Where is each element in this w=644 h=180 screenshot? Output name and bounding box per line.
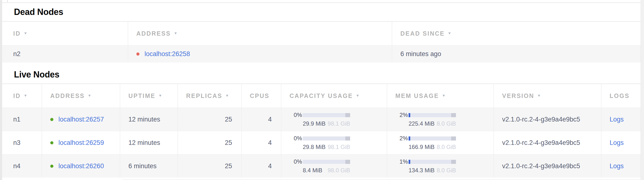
capacity-usage-bar (303, 136, 350, 140)
dead-node-icon (136, 52, 140, 56)
dead_since-cell: 6 minutes ago (392, 46, 641, 62)
id-value: n3 (13, 139, 20, 146)
column-header-capacity[interactable]: CAPACITY USAGE▼ (281, 84, 387, 108)
version-value: v2.1.0-rc.2-4-g3e9a4e9bc5 (502, 116, 580, 123)
node-address-link[interactable]: localhost:26258 (144, 50, 190, 58)
memory-cell: 2%166.9 MiB8.0 GiB (387, 131, 494, 154)
address-cell: localhost:26258 (128, 46, 392, 62)
node-address-link[interactable]: localhost:26260 (58, 162, 104, 170)
capacity-usage-bar (303, 113, 350, 117)
capacity-percent-label: 0% (291, 158, 302, 165)
replicas-value: 25 (225, 139, 232, 146)
replicas-cell: 25 (178, 131, 242, 154)
address-cell: localhost:26260 (42, 154, 120, 178)
memory-percent-label: 1% (397, 158, 408, 165)
top-spacer (2, 0, 641, 2)
uptime-cell: 6 minutes (120, 154, 178, 178)
capacity-bar-labels: 8.4 MiB98.0 GiB (303, 167, 350, 174)
page-background-left-edge (0, 0, 2, 180)
logs-link[interactable]: Logs (610, 116, 624, 123)
column-header-memory[interactable]: MEM USAGE▼ (387, 84, 494, 108)
sort-desc-icon: ▼ (174, 32, 178, 35)
cpus-value: 4 (268, 162, 272, 170)
address-cell: localhost:26259 (42, 131, 120, 154)
memory-usage-bar-fill (408, 160, 410, 164)
logs-link[interactable]: Logs (610, 139, 624, 146)
column-header-label: LOGS (610, 92, 630, 100)
column-header-uptime[interactable]: UPTIME▼ (120, 84, 178, 108)
capacity-total-label: 98.1 GiB (328, 144, 350, 150)
memory-usage-bar-endcap (451, 113, 456, 117)
replicas-cell: 25 (178, 154, 242, 178)
node-address-link[interactable]: localhost:26257 (58, 116, 104, 123)
sort-desc-icon: ▼ (442, 94, 446, 98)
column-header-label: ADDRESS (136, 30, 171, 37)
column-header-version[interactable]: VERSION▼ (494, 84, 602, 108)
memory-total-label: 8.0 GiB (437, 144, 456, 150)
sort-desc-icon: ▼ (24, 94, 28, 98)
capacity-percent-label: 0% (291, 112, 302, 118)
sort-desc-icon: ▼ (448, 32, 452, 35)
column-header-label: MEM USAGE (395, 92, 439, 100)
logs-cell: Logs (602, 131, 641, 154)
uptime-cell: 12 minutes (120, 131, 178, 154)
version-value: v2.1.0-rc.2-4-g3e9a4e9bc5 (502, 139, 580, 146)
sort-desc-icon: ▼ (88, 94, 92, 98)
version-cell: v2.1.0-rc.2-4-g3e9a4e9bc5 (494, 131, 602, 154)
capacity-usage-bar (303, 160, 350, 164)
cpus-cell: 4 (242, 154, 281, 178)
column-header-replicas[interactable]: REPLICAS▼ (178, 84, 242, 108)
cpus-cell: 4 (242, 131, 281, 154)
column-header-label: VERSION (502, 92, 534, 100)
cpus-value: 4 (268, 116, 272, 123)
memory-used-label: 134.3 MiB (408, 167, 434, 174)
uptime-value: 12 minutes (128, 116, 160, 123)
memory-bar-row: 2% (397, 112, 456, 118)
column-header-id[interactable]: ID▼ (2, 22, 128, 45)
cpus-cell: 4 (242, 108, 281, 131)
column-header-cpus: CPUS (242, 84, 281, 108)
id-cell: n4 (2, 154, 42, 178)
memory-usage-bar (408, 113, 456, 117)
table-header-row: ID▼ADDRESS▼DEAD SINCE▼ (2, 22, 641, 45)
column-header-dead_since[interactable]: DEAD SINCE▼ (392, 22, 641, 45)
memory-usage-bar-fill (408, 136, 410, 140)
version-cell: v2.1.0-rc.2-4-g3e9a4e9bc5 (494, 154, 602, 178)
node-address-link[interactable]: localhost:26259 (58, 139, 104, 146)
replicas-value: 25 (225, 116, 232, 123)
capacity-used-label: 29.8 MiB (303, 144, 326, 150)
memory-bar-labels: 166.9 MiB8.0 GiB (408, 144, 456, 150)
memory-percent-label: 2% (397, 112, 408, 118)
capacity-used-label: 8.4 MiB (303, 167, 322, 174)
memory-bar-row: 2% (397, 135, 456, 142)
column-header-address[interactable]: ADDRESS▼ (42, 84, 120, 108)
dead-nodes-table: ID▼ADDRESS▼DEAD SINCE▼n2localhost:262586… (2, 21, 641, 62)
capacity-usage-bar-endcap (345, 160, 350, 164)
logs-link[interactable]: Logs (610, 162, 624, 170)
memory-used-label: 166.9 MiB (408, 144, 434, 150)
live-nodes-section-title: Live Nodes (2, 62, 641, 84)
page-background-right-edge (641, 0, 644, 180)
column-header-label: REPLICAS (186, 92, 222, 100)
table-row: n4localhost:262606 minutes2540%8.4 MiB98… (2, 154, 641, 178)
memory-cell: 2%225.4 MiB8.0 GiB (387, 108, 494, 131)
memory-bar-row: 1% (397, 158, 456, 165)
id-value: n1 (13, 116, 20, 123)
column-header-label: ID (13, 30, 21, 37)
column-header-id[interactable]: ID▼ (2, 84, 42, 108)
memory-usage-bar-endcap (451, 136, 456, 140)
capacity-total-label: 98.0 GiB (328, 167, 350, 174)
capacity-bar-row: 0% (291, 112, 350, 118)
version-cell: v2.1.0-rc.2-4-g3e9a4e9bc5 (494, 108, 602, 131)
memory-usage-bar-fill (408, 113, 410, 117)
id-cell: n2 (2, 46, 128, 62)
capacity-cell: 0%29.8 MiB98.1 GiB (281, 131, 387, 154)
column-header-logs: LOGS (602, 84, 641, 108)
column-header-label: UPTIME (128, 92, 155, 100)
dead-nodes-section-title: Dead Nodes (2, 2, 641, 21)
memory-usage-bar (408, 160, 456, 164)
replicas-cell: 25 (178, 108, 242, 131)
column-header-address[interactable]: ADDRESS▼ (128, 22, 392, 45)
memory-total-label: 8.0 GiB (437, 120, 456, 127)
capacity-cell: 0%29.9 MiB98.1 GiB (281, 108, 387, 131)
